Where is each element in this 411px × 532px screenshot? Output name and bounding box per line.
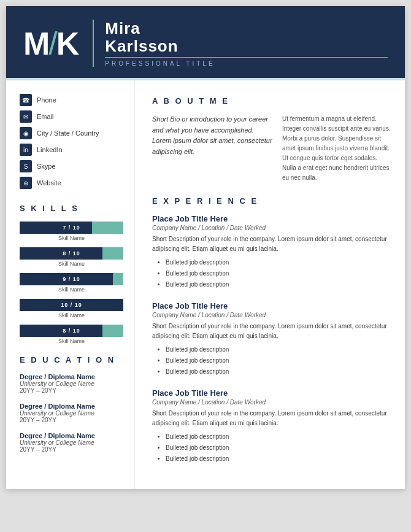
job-item: Place Job Title Here Company Name / Loca…: [152, 214, 391, 290]
professional-title: PROFESSIONAL TITLE: [105, 57, 388, 67]
edu-year: 20YY – 20YY: [20, 387, 123, 394]
about-extra: Ut fermentum a magna ut eleifend. Intege…: [282, 114, 391, 183]
skill-name: Skill Name: [20, 287, 123, 293]
skill-score: 7 / 10: [20, 225, 123, 231]
about-content: Short Bio or introduction to your career…: [152, 114, 391, 183]
edu-school: University or College Name: [20, 410, 123, 417]
education-title: E D U C A T I O N: [20, 355, 123, 364]
education-item: Degree / Diploma Name University or Coll…: [20, 403, 123, 423]
website-label: Website: [37, 179, 61, 187]
skill-bar: 8 / 10: [20, 247, 123, 260]
linkedin-icon: in: [20, 144, 32, 156]
skill-name: Skill Name: [20, 261, 123, 267]
bullet-item: Bulleted job description: [166, 257, 391, 268]
monogram-first: M: [23, 26, 48, 61]
location-icon: ◉: [20, 127, 32, 139]
about-section: A B O U T M E Short Bio or introduction …: [152, 96, 391, 183]
header-section: M/K Mira Karlsson PROFESSIONAL TITLE: [6, 6, 405, 78]
skill-score: 9 / 10: [20, 276, 123, 282]
skill-item: 10 / 10 Skill Name: [20, 299, 123, 318]
contact-location: ◉ City / State / Country: [20, 127, 123, 139]
body-section: ☎ Phone ✉ Email ◉ City / State / Country…: [6, 80, 405, 489]
job-title: Place Job Title Here: [152, 388, 391, 398]
contact-list: ☎ Phone ✉ Email ◉ City / State / Country…: [20, 94, 123, 189]
skill-item: 8 / 10 Skill Name: [20, 325, 123, 344]
edu-degree: Degree / Diploma Name: [20, 403, 123, 410]
edu-school: University or College Name: [20, 380, 123, 387]
left-column: ☎ Phone ✉ Email ◉ City / State / Country…: [6, 80, 135, 489]
contact-email: ✉ Email: [20, 110, 123, 123]
skill-bar: 9 / 10: [20, 273, 123, 285]
phone-icon: ☎: [20, 94, 32, 106]
job-bullets: Bulleted job descriptionBulleted job des…: [152, 257, 391, 290]
job-description: Short Description of your role in the co…: [152, 234, 391, 254]
bullet-item: Bulleted job description: [166, 355, 391, 366]
education-list: Degree / Diploma Name University or Coll…: [20, 373, 123, 453]
job-company: Company Name / Location / Date Worked: [152, 312, 391, 318]
website-icon: ⊕: [20, 177, 32, 189]
skill-score: 10 / 10: [20, 302, 123, 308]
job-item: Place Job Title Here Company Name / Loca…: [152, 301, 391, 377]
edu-year: 20YY – 20YY: [20, 417, 123, 423]
email-label: Email: [37, 113, 54, 120]
bullet-item: Bulleted job description: [166, 453, 391, 465]
last-name: Karlsson: [105, 37, 178, 55]
skype-icon: S: [20, 160, 32, 172]
linkedin-label: LinkedIn: [37, 146, 63, 153]
right-column: A B O U T M E Short Bio or introduction …: [135, 80, 405, 489]
edu-degree: Degree / Diploma Name: [20, 432, 123, 439]
contact-skype: S Skype: [20, 160, 123, 172]
job-description: Short Description of your role in the co…: [152, 409, 391, 428]
education-item: Degree / Diploma Name University or Coll…: [20, 373, 123, 394]
job-title: Place Job Title Here: [152, 301, 391, 310]
skill-score: 8 / 10: [20, 250, 123, 256]
job-description: Short Description of your role in the co…: [152, 322, 391, 341]
bullet-item: Bulleted job description: [166, 442, 391, 453]
skill-bar: 8 / 10: [20, 325, 123, 337]
monogram-second: K: [56, 26, 79, 61]
edu-school: University or College Name: [20, 439, 123, 446]
skill-bar: 10 / 10: [20, 299, 123, 311]
skill-score: 8 / 10: [20, 328, 123, 334]
contact-website: ⊕ Website: [20, 177, 123, 189]
experience-section: E X P E R I E N C E Place Job Title Here…: [152, 196, 391, 465]
resume-document: M/K Mira Karlsson PROFESSIONAL TITLE ☎ P…: [6, 6, 405, 489]
skills-title: S K I L L S: [20, 204, 123, 213]
location-label: City / State / Country: [37, 129, 99, 137]
job-item: Place Job Title Here Company Name / Loca…: [152, 388, 391, 465]
bullet-item: Bulleted job description: [166, 344, 391, 355]
bullet-item: Bulleted job description: [166, 279, 391, 290]
bullet-item: Bulleted job description: [166, 268, 391, 279]
edu-degree: Degree / Diploma Name: [20, 373, 123, 380]
skill-name: Skill Name: [20, 338, 123, 344]
email-icon: ✉: [20, 110, 32, 123]
full-name: Mira Karlsson: [105, 20, 388, 55]
accent-bar: [6, 78, 405, 80]
skill-item: 8 / 10 Skill Name: [20, 247, 123, 267]
header-name-block: Mira Karlsson PROFESSIONAL TITLE: [93, 20, 388, 67]
jobs-list: Place Job Title Here Company Name / Loca…: [152, 214, 391, 465]
job-bullets: Bulleted job descriptionBulleted job des…: [152, 344, 391, 377]
bullet-item: Bulleted job description: [166, 366, 391, 377]
monogram-slash: /: [48, 26, 56, 61]
skill-item: 9 / 10 Skill Name: [20, 273, 123, 293]
monogram: M/K: [23, 28, 78, 60]
contact-linkedin: in LinkedIn: [20, 144, 123, 156]
skill-item: 7 / 10 Skill Name: [20, 222, 123, 241]
skill-name: Skill Name: [20, 312, 123, 318]
about-bio: Short Bio or introduction to your career…: [152, 114, 272, 183]
first-name: Mira: [105, 19, 140, 37]
skill-bar: 7 / 10: [20, 222, 123, 234]
contact-phone: ☎ Phone: [20, 94, 123, 106]
job-company: Company Name / Location / Date Worked: [152, 399, 391, 406]
job-title: Place Job Title Here: [152, 214, 391, 223]
experience-title: E X P E R I E N C E: [152, 196, 391, 206]
job-company: Company Name / Location / Date Worked: [152, 225, 391, 231]
skills-list: 7 / 10 Skill Name 8 / 10 Skill Name 9 / …: [20, 222, 123, 344]
job-bullets: Bulleted job descriptionBulleted job des…: [152, 431, 391, 465]
edu-year: 20YY – 20YY: [20, 446, 123, 453]
education-section: E D U C A T I O N Degree / Diploma Name …: [20, 355, 123, 453]
about-title: A B O U T M E: [152, 96, 391, 106]
phone-label: Phone: [37, 96, 56, 104]
skill-name: Skill Name: [20, 235, 123, 241]
